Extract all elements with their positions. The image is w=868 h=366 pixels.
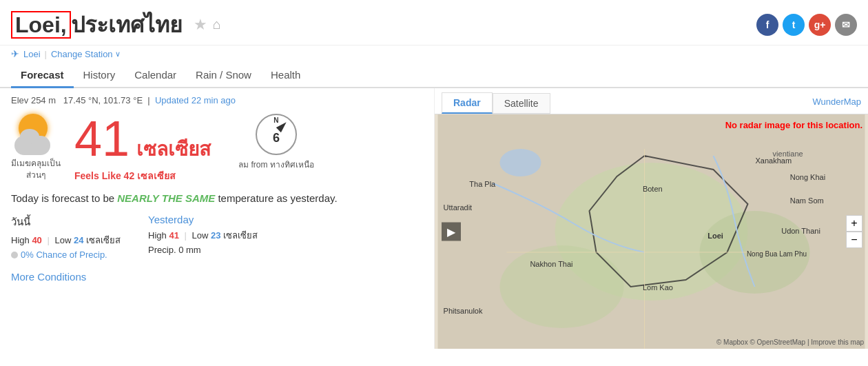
- chevron-down-icon: ∨: [115, 50, 121, 59]
- city-title: Loei,ประเทศไทย: [11, 7, 183, 42]
- yesterday-high-low: High 41 | Low 23 เซลเซียส: [148, 228, 258, 243]
- feels-like-unit: เซลเซียส: [137, 170, 176, 181]
- separator: |: [45, 49, 47, 59]
- yesterday-precip-value: 0 mm: [178, 245, 201, 255]
- today-precip-label: 0% Chance of Precip.: [21, 250, 107, 260]
- feels-like-temp: 42 เซลเซียส: [124, 170, 176, 181]
- precip-dot-icon: [11, 252, 18, 258]
- yesterday-stats: Yesterday High 41 | Low 23 เซลเซียส Prec…: [148, 214, 258, 260]
- map-label-vientiane: vientiane: [773, 150, 803, 158]
- forecast-suffix: temperature as yesterday.: [218, 192, 337, 204]
- map-zoom-out-button[interactable]: −: [846, 232, 862, 248]
- map-label-nongbua: Nong Bua Lam Phu: [747, 250, 807, 258]
- yesterday-precip-label: Precip.: [148, 245, 176, 255]
- map-label-lomkao: Lom Kao: [643, 283, 673, 292]
- sub-header: ✈ Loei | Change Station ∨: [0, 45, 868, 59]
- location-info: Elev 254 m 17.45 °N, 101.73 °E | Updated…: [11, 95, 423, 105]
- tab-radar[interactable]: Radar: [442, 92, 493, 114]
- facebook-button[interactable]: f: [756, 14, 778, 36]
- feels-like: Feels Like 42 เซลเซียส: [74, 168, 211, 183]
- map-label-uttaradit: Uttaradit: [444, 203, 473, 212]
- email-button[interactable]: ✉: [835, 14, 857, 36]
- map-label-boten: Boten: [643, 185, 663, 193]
- map-label-thapla: Tha Pla: [469, 180, 495, 188]
- map-tabs-bar: Radar Satellite WunderMap: [435, 88, 868, 114]
- right-panel: Radar Satellite WunderMap: [434, 88, 868, 349]
- yesterday-high-label: High: [148, 230, 167, 241]
- wind-compass: N 6: [256, 114, 297, 155]
- map-label-udonthani: Udon Thani: [781, 227, 820, 235]
- main-content: Elev 254 m 17.45 °N, 101.73 °E | Updated…: [0, 88, 868, 349]
- forecast-prefix: Today is forecast to be: [11, 192, 114, 204]
- wind-block: N 6 ลม from ทางทิศเหนือ: [238, 114, 314, 171]
- city-thai: ประเทศไทย: [71, 12, 183, 37]
- forecast-highlight: NEARLY THE SAME: [117, 192, 215, 204]
- favorite-star-icon[interactable]: ★: [194, 16, 207, 34]
- map-label-nongkhai: Nong Khai: [790, 173, 825, 181]
- tab-satellite[interactable]: Satellite: [493, 93, 550, 114]
- plane-icon: ✈: [11, 48, 19, 59]
- tab-rain-snow[interactable]: Rain / Snow: [186, 63, 261, 88]
- weather-desc-line1: มีเมฆคลุมเป็น: [11, 158, 61, 170]
- map-container: Xanakham Nong Khai vientiane Nam Som Tha…: [435, 114, 868, 349]
- location-link[interactable]: Loei: [23, 49, 41, 59]
- wundermap-link[interactable]: WunderMap: [812, 96, 861, 110]
- tab-calendar[interactable]: Calendar: [125, 63, 186, 88]
- tab-forecast[interactable]: Forecast: [11, 63, 74, 88]
- map-zoom-controls: + −: [846, 215, 862, 248]
- map-copyright: © Mapbox © OpenStreetMap | Improve this …: [716, 338, 864, 346]
- wind-speed-value: 6: [273, 131, 280, 145]
- temp-main: 41 เซลเซียส: [74, 114, 211, 164]
- feels-like-value: 42: [124, 170, 135, 181]
- more-conditions: More Conditions: [11, 271, 423, 283]
- today-label: วันนี้: [11, 214, 121, 230]
- weather-description: มีเมฆคลุมเป็น ส่วนๆ: [11, 158, 61, 181]
- today-stats: วันนี้ High 40 | Low 24 เซลเซียส 0% Chan…: [11, 214, 121, 260]
- forecast-text: Today is forecast to be NEARLY THE SAME …: [11, 190, 423, 207]
- home-icon[interactable]: ⌂: [213, 17, 221, 32]
- yesterday-precip: Precip. 0 mm: [148, 245, 258, 255]
- change-station-label: Change Station: [51, 49, 113, 59]
- map-play-button[interactable]: ▶: [442, 223, 461, 241]
- change-station-button[interactable]: Change Station ∨: [51, 49, 121, 59]
- svg-point-1: [500, 149, 541, 176]
- yesterday-low-value: 23: [211, 230, 220, 241]
- today-high-value: 40: [32, 235, 41, 245]
- map-label-phitsanulok: Phitsanulok: [444, 307, 483, 315]
- current-weather: มีเมฆคลุมเป็น ส่วนๆ 41 เซลเซียส Feels Li…: [11, 114, 423, 183]
- yesterday-low-label: Low: [192, 230, 209, 241]
- weather-icon-container: มีเมฆคลุมเป็น ส่วนๆ: [11, 114, 61, 181]
- wind-description: ลม from ทางทิศเหนือ: [238, 158, 314, 171]
- map-label-nakhonthai: Nakhon Thai: [530, 260, 572, 268]
- weather-stats: วันนี้ High 40 | Low 24 เซลเซียส 0% Chan…: [11, 214, 423, 260]
- yesterday-unit: เซลเซียส: [223, 230, 258, 241]
- more-conditions-link[interactable]: More Conditions: [11, 271, 86, 283]
- no-radar-message: No radar image for this location.: [725, 120, 862, 130]
- googleplus-button[interactable]: g+: [809, 14, 831, 36]
- twitter-button[interactable]: t: [783, 14, 805, 36]
- weather-desc-line2: ส่วนๆ: [11, 170, 61, 181]
- feels-like-label: Feels Like: [74, 170, 121, 181]
- temperature-block: 41 เซลเซียส Feels Like 42 เซลเซียส: [74, 114, 211, 183]
- wind-direction-value: ทางทิศเหนือ: [270, 160, 314, 170]
- yesterday-high-value: 41: [169, 230, 178, 241]
- location-details: Elev 254 m 17.45 °N, 101.73 °E |: [11, 95, 155, 105]
- today-precip: 0% Chance of Precip.: [11, 250, 121, 260]
- navigation-tabs: Forecast History Calendar Rain / Snow He…: [0, 63, 868, 88]
- svg-point-4: [500, 245, 624, 328]
- header-left: Loei,ประเทศไทย ★ ⌂: [11, 7, 221, 42]
- map-label-namsom: Nam Som: [790, 196, 824, 205]
- tab-health[interactable]: Health: [261, 63, 310, 88]
- updated-time: Updated 22 min ago: [155, 95, 236, 105]
- today-high-low: High 40 | Low 24 เซลเซียส: [11, 233, 121, 247]
- separator3: |: [185, 230, 187, 241]
- partly-cloudy-icon: [12, 114, 60, 155]
- map-zoom-in-button[interactable]: +: [846, 215, 862, 232]
- today-low-label: Low: [54, 235, 71, 245]
- left-panel: Elev 254 m 17.45 °N, 101.73 °E | Updated…: [0, 88, 434, 349]
- page-header: Loei,ประเทศไทย ★ ⌂ f t g+ ✉: [0, 0, 868, 45]
- tab-history[interactable]: History: [74, 63, 125, 88]
- social-icons: f t g+ ✉: [756, 14, 857, 36]
- wind-from-label: ลม from: [238, 160, 267, 170]
- map-label-loei: Loei: [707, 232, 723, 240]
